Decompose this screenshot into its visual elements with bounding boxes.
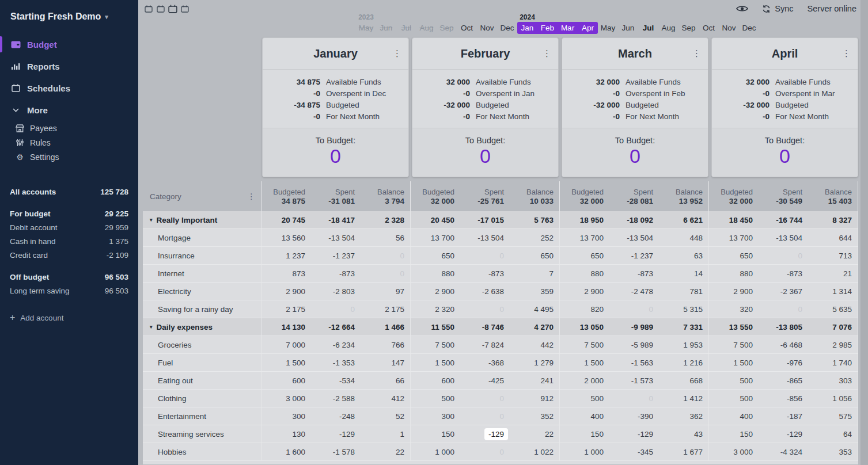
balance-cell[interactable]: 1 314: [808, 283, 858, 300]
budgeted-header-cell[interactable]: Budgeted34 875: [261, 181, 311, 211]
balance-cell[interactable]: 766: [361, 336, 410, 353]
spent-cell[interactable]: -18 092: [609, 211, 659, 228]
timeline-month-dec[interactable]: Dec: [497, 13, 517, 34]
budgeted-cell[interactable]: 150: [411, 425, 460, 443]
balance-cell[interactable]: 6 621: [659, 211, 708, 228]
spent-cell[interactable]: -2 803: [311, 283, 361, 300]
balance-cell[interactable]: 1 216: [659, 354, 708, 371]
spent-cell[interactable]: -345: [609, 443, 659, 460]
budgeted-cell[interactable]: 3 000: [709, 443, 759, 460]
spent-cell[interactable]: -1 237: [311, 247, 361, 264]
balance-cell[interactable]: 4 270: [510, 318, 559, 336]
spent-cell[interactable]: -13 504: [609, 229, 659, 246]
sidebar-account-cash-in-hand[interactable]: Cash in hand1 375: [0, 234, 138, 248]
spent-header-cell[interactable]: Spent-25 761: [460, 181, 510, 211]
spent-cell[interactable]: -18 417: [311, 211, 361, 228]
balance-cell[interactable]: 66: [361, 372, 410, 389]
budgeted-cell[interactable]: 400: [709, 407, 759, 425]
spent-cell[interactable]: 0: [609, 300, 659, 318]
timeline-month-may-2023[interactable]: 2023May: [356, 13, 376, 34]
category-name-cell[interactable]: Fuel: [143, 354, 261, 371]
budgeted-cell[interactable]: 18 950: [560, 211, 609, 228]
kebab-menu-icon[interactable]: ⋮: [692, 48, 701, 59]
budgeted-cell[interactable]: 7 500: [709, 336, 759, 353]
budgeted-cell[interactable]: 500: [411, 390, 460, 407]
balance-cell[interactable]: 442: [510, 336, 559, 353]
balance-cell[interactable]: 644: [808, 229, 858, 246]
spent-cell[interactable]: 0: [460, 300, 510, 318]
month-count-button-4[interactable]: [180, 5, 189, 13]
budgeted-cell[interactable]: 14 130: [261, 318, 311, 336]
timeline-month-nov[interactable]: Nov: [477, 13, 497, 34]
category-name-cell[interactable]: Saving for a rainy day: [143, 300, 261, 318]
spent-cell[interactable]: -2 638: [460, 283, 510, 300]
balance-cell[interactable]: 64: [808, 425, 858, 443]
category-name-cell[interactable]: ▾Really Important: [143, 211, 261, 228]
balance-cell[interactable]: 2 328: [361, 211, 410, 228]
balance-cell[interactable]: 22: [510, 425, 559, 443]
server-status-button[interactable]: Server online: [808, 4, 856, 13]
spent-cell[interactable]: -856: [759, 390, 808, 407]
budgeted-cell[interactable]: 600: [261, 372, 311, 389]
budgeted-cell[interactable]: 880: [411, 265, 460, 282]
budgeted-cell[interactable]: 2 900: [411, 283, 460, 300]
timeline-month-sep[interactable]: Sep: [679, 13, 699, 34]
spent-cell[interactable]: -865: [759, 372, 808, 389]
balance-cell[interactable]: 1 740: [808, 354, 858, 371]
kebab-menu-icon[interactable]: ⋮: [393, 48, 401, 59]
category-name-cell[interactable]: Entertainment: [143, 407, 261, 425]
spent-cell[interactable]: -1 573: [609, 372, 659, 389]
balance-cell[interactable]: 21: [808, 265, 858, 282]
spent-cell[interactable]: -129: [460, 425, 510, 443]
balance-cell[interactable]: 5 635: [808, 300, 858, 318]
spent-cell[interactable]: 0: [460, 247, 510, 264]
budgeted-cell[interactable]: 13 050: [560, 318, 609, 336]
category-name-cell[interactable]: ▾Daily expenses: [143, 318, 261, 336]
spent-cell[interactable]: -1 578: [311, 443, 361, 460]
timeline-month-may[interactable]: May: [598, 13, 618, 34]
balance-cell[interactable]: 14: [659, 265, 708, 282]
sidebar-account-credit-card[interactable]: Credit card-2 109: [0, 248, 138, 262]
sidebar-account-debit-account[interactable]: Debit account29 959: [0, 220, 138, 234]
sidebar-account-long-term-saving[interactable]: Long term saving96 503: [0, 284, 138, 298]
category-name-cell[interactable]: Mortgage: [143, 229, 261, 246]
spent-cell[interactable]: -6 234: [311, 336, 361, 353]
category-name-cell[interactable]: Internet: [143, 265, 261, 282]
budgeted-cell[interactable]: 3 000: [261, 390, 311, 407]
spent-cell[interactable]: -7 824: [460, 336, 510, 353]
spent-cell[interactable]: -4 324: [759, 443, 808, 460]
budgeted-cell[interactable]: 150: [560, 425, 609, 443]
balance-cell[interactable]: 2 985: [808, 336, 858, 353]
budgeted-cell[interactable]: 880: [709, 265, 759, 282]
category-name-cell[interactable]: Clothing: [143, 390, 261, 407]
budgeted-cell[interactable]: 20 450: [411, 211, 460, 228]
balance-cell[interactable]: 448: [659, 229, 708, 246]
balance-cell[interactable]: 2 175: [361, 300, 410, 318]
spent-cell[interactable]: -2 588: [311, 390, 361, 407]
spent-cell[interactable]: -2 478: [609, 283, 659, 300]
budgeted-cell[interactable]: 880: [560, 265, 609, 282]
budgeted-cell[interactable]: 2 320: [411, 300, 460, 318]
budgeted-cell[interactable]: 7 500: [560, 336, 609, 353]
to-budget-value[interactable]: 0: [712, 146, 858, 167]
balance-cell[interactable]: 781: [659, 283, 708, 300]
timeline-month-oct[interactable]: Oct: [699, 13, 719, 34]
balance-cell[interactable]: 362: [659, 407, 708, 425]
timeline-month-jul[interactable]: Jul: [396, 13, 416, 34]
category-name-cell[interactable]: Electricity: [143, 283, 261, 300]
budgeted-cell[interactable]: 150: [709, 425, 759, 443]
timeline-month-oct[interactable]: Oct: [457, 13, 477, 34]
balance-cell[interactable]: 1 677: [659, 443, 708, 460]
spent-cell[interactable]: 0: [759, 300, 808, 318]
balance-cell[interactable]: 303: [808, 372, 858, 389]
spent-cell[interactable]: -425: [460, 372, 510, 389]
category-name-cell[interactable]: Groceries: [143, 336, 261, 353]
budgeted-cell[interactable]: 2 900: [560, 283, 609, 300]
spent-cell[interactable]: -368: [460, 354, 510, 371]
spent-header-cell[interactable]: Spent-28 081: [609, 181, 659, 211]
timeline-month-jan-2024[interactable]: 2024Jan: [517, 13, 537, 34]
budgeted-cell[interactable]: 1 600: [261, 443, 311, 460]
timeline-month-aug[interactable]: Aug: [416, 13, 437, 34]
budgeted-cell[interactable]: 13 550: [709, 318, 759, 336]
spent-cell[interactable]: -129: [311, 425, 361, 443]
